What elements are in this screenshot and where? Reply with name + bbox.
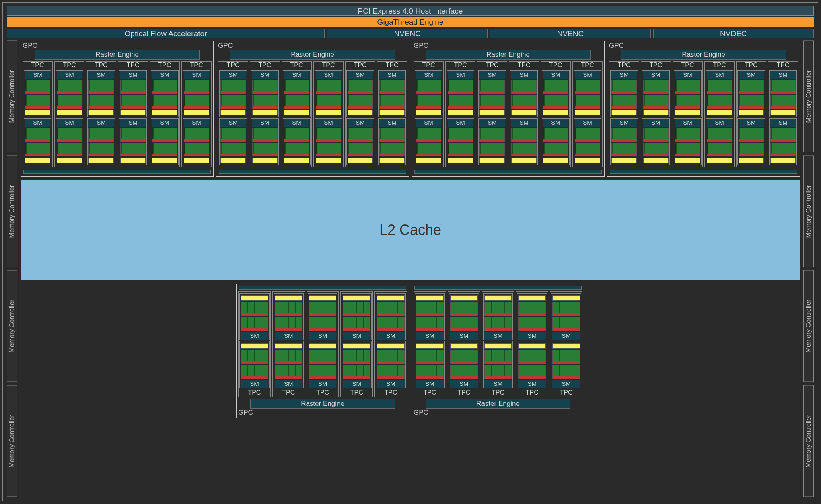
- sm: SM: [251, 70, 279, 117]
- sm-label: SM: [739, 119, 764, 127]
- sm: SM: [415, 118, 442, 165]
- sm-label: SM: [416, 332, 444, 340]
- tpc-label: TPC: [283, 62, 311, 70]
- sm-label: SM: [343, 332, 370, 340]
- tpc-label: TPC: [483, 389, 513, 397]
- sm-label: SM: [252, 71, 278, 79]
- sm-label: SM: [511, 119, 537, 127]
- tpc: TPCSMSM: [609, 61, 639, 167]
- gpc-label: GPC: [609, 42, 798, 50]
- sm-label: SM: [484, 332, 512, 340]
- sm-label: SM: [675, 119, 700, 127]
- sm: SM: [24, 70, 51, 117]
- sm-label: SM: [220, 71, 246, 79]
- sm-label: SM: [450, 380, 478, 388]
- tpc: SMSMTPC: [482, 291, 514, 397]
- tpc: TPCSMSM: [345, 61, 375, 167]
- raster-engine: Raster Engine: [35, 50, 200, 60]
- tpc: TPCSMSM: [282, 61, 312, 167]
- memory-controller: Memory Controller: [803, 385, 814, 497]
- main-area: Memory ControllerMemory ControllerMemory…: [7, 41, 814, 497]
- l2-cache: L2 Cache: [21, 180, 800, 280]
- sm-label: SM: [377, 332, 405, 340]
- memory-controller: Memory Controller: [803, 41, 814, 152]
- gpc-row-bottom: SMSMTPCSMSMTPCSMSMTPCSMSMTPCSMSMTPCRaste…: [21, 284, 800, 418]
- sm: SM: [542, 118, 570, 165]
- sm: SM: [274, 293, 304, 340]
- tpc: SMSMTPC: [516, 291, 548, 397]
- tpc-label: TPC: [151, 62, 179, 70]
- sm-label: SM: [479, 119, 505, 127]
- sm: SM: [642, 70, 670, 117]
- raster-engine: Raster Engine: [426, 399, 570, 409]
- sm-label: SM: [184, 119, 209, 127]
- tpc: TPCSMSM: [541, 61, 571, 167]
- tpc-label: TPC: [219, 62, 247, 70]
- sm: SM: [274, 341, 304, 388]
- gpc: SMSMTPCSMSMTPCSMSMTPCSMSMTPCSMSMTPCRaste…: [236, 284, 409, 418]
- sm-label: SM: [120, 71, 146, 79]
- sm: SM: [737, 70, 765, 117]
- tpc: TPCSMSM: [150, 61, 180, 167]
- tpc: TPCSMSM: [477, 61, 507, 167]
- tpc: TPCSMSM: [118, 61, 148, 167]
- sm: SM: [737, 118, 765, 165]
- sm: SM: [87, 118, 115, 165]
- sm-label: SM: [611, 119, 637, 127]
- tpc-label: TPC: [378, 62, 406, 70]
- tpc: TPCSMSM: [736, 61, 766, 167]
- tpc-label: TPC: [415, 389, 445, 397]
- sm-label: SM: [379, 119, 405, 127]
- sm: SM: [674, 118, 702, 165]
- sm-label: SM: [152, 119, 177, 127]
- sm-label: SM: [348, 119, 373, 127]
- sm-label: SM: [416, 380, 444, 388]
- pcie-host-interface: PCI Express 4.0 Host Interface: [7, 6, 814, 16]
- tpc-label: TPC: [542, 62, 570, 70]
- tpc-label: TPC: [56, 62, 83, 70]
- sm-label: SM: [316, 71, 341, 79]
- tpc: SMSMTPC: [307, 291, 339, 397]
- tpc: TPCSMSM: [181, 61, 212, 167]
- tpc: TPCSMSM: [23, 61, 53, 167]
- sm: SM: [415, 341, 445, 388]
- sm-label: SM: [241, 332, 268, 340]
- tpc-label: TPC: [342, 389, 372, 397]
- sm: SM: [56, 118, 83, 165]
- tpc: TPCSMSM: [509, 61, 539, 167]
- sm-label: SM: [416, 119, 441, 127]
- sm-label: SM: [348, 71, 373, 79]
- tpc-label: TPC: [447, 62, 474, 70]
- tpc: TPCSMSM: [768, 61, 798, 167]
- sm: SM: [706, 70, 733, 117]
- raster-engine: Raster Engine: [250, 399, 395, 409]
- sm-label: SM: [152, 71, 177, 79]
- gpc-label: GPC: [414, 409, 582, 417]
- sm: SM: [574, 118, 601, 165]
- sm-label: SM: [25, 71, 50, 79]
- sm: SM: [610, 118, 638, 165]
- tpc-label: TPC: [119, 62, 147, 70]
- sm: SM: [510, 118, 538, 165]
- tpc: TPCSMSM: [641, 61, 671, 167]
- tpc-label: TPC: [737, 62, 765, 70]
- tpc: TPCSMSM: [445, 61, 475, 167]
- sm-label: SM: [770, 71, 796, 79]
- sm: SM: [346, 70, 374, 117]
- raster-engine: Raster Engine: [426, 50, 591, 60]
- sm: SM: [610, 70, 638, 117]
- tpc-label: TPC: [308, 389, 338, 397]
- sm: SM: [769, 70, 797, 117]
- gpc-label: GPC: [23, 42, 212, 50]
- sm: SM: [119, 70, 147, 117]
- sm-label: SM: [484, 380, 512, 388]
- sm-label: SM: [518, 380, 546, 388]
- raster-engine: Raster Engine: [230, 50, 395, 60]
- tpc: TPCSMSM: [377, 61, 407, 167]
- nvenc-2: NVENC: [490, 29, 650, 38]
- gpc-label: GPC: [414, 42, 603, 50]
- sm: SM: [342, 293, 372, 340]
- sm: SM: [478, 70, 506, 117]
- raster-engine: Raster Engine: [621, 50, 786, 60]
- memory-controller: Memory Controller: [803, 156, 814, 267]
